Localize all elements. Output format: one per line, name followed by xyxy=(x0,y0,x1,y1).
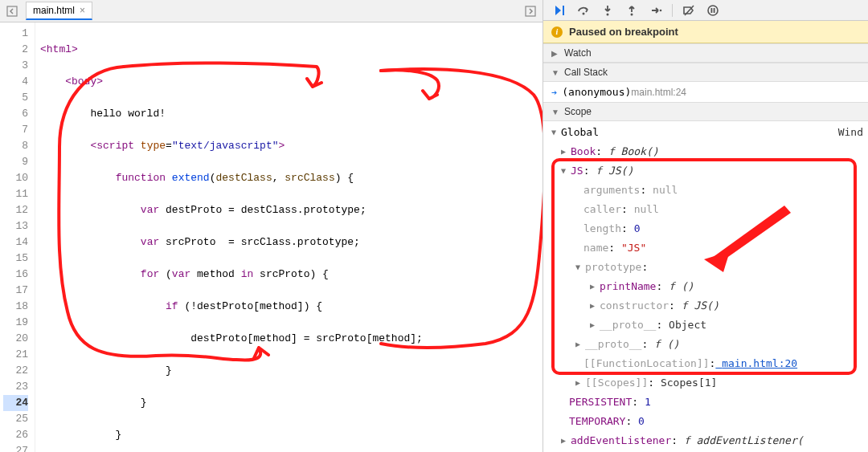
prop-val: 0 xyxy=(632,413,645,430)
debugger-pane: i Paused on breakpoint Watch Call Stack … xyxy=(543,0,868,452)
callstack-body: ➔ (anonymous) main.html:24 xyxy=(543,82,868,102)
prop-key: name xyxy=(583,240,608,256)
prop-val: Object xyxy=(662,317,706,333)
paused-banner: i Paused on breakpoint xyxy=(543,21,868,43)
expand-icon xyxy=(590,298,598,314)
svg-point-5 xyxy=(631,13,633,15)
current-frame-icon: ➔ xyxy=(551,87,557,98)
expand-icon xyxy=(590,279,598,295)
scope-book[interactable]: Book: f Book() xyxy=(543,142,868,161)
tab-bar: main.html × xyxy=(0,0,542,22)
prop-val: null xyxy=(628,202,659,218)
svg-point-4 xyxy=(607,13,609,15)
prop-key: length xyxy=(583,221,621,237)
step-over-button[interactable] xyxy=(575,2,592,18)
collapse-icon xyxy=(575,259,583,275)
prop-val: 0 xyxy=(628,221,641,237)
code-editor[interactable]: 1234567891011121314151617181920212223242… xyxy=(0,22,542,452)
prop-val: f () xyxy=(648,336,679,352)
svg-point-3 xyxy=(583,12,585,14)
prop-key: [[Scopes]] xyxy=(585,375,648,391)
debugger-toolbar xyxy=(543,0,868,21)
scope-addevent[interactable]: addEventListener: f addEventListener( xyxy=(543,431,868,450)
svg-point-8 xyxy=(708,6,718,15)
svg-rect-2 xyxy=(563,6,564,15)
code-body[interactable]: <html> <body> hello world! <script type=… xyxy=(35,22,542,452)
prop-key: arguments xyxy=(583,182,640,198)
scope-js-arguments[interactable]: arguments: null xyxy=(543,181,868,200)
prop-key: caller xyxy=(583,202,621,218)
expand-icon xyxy=(575,375,583,391)
scope-body: Global Wind Book: f Book() JS: f JS() ar… xyxy=(543,121,868,452)
collapse-icon xyxy=(551,68,559,77)
pause-on-exceptions-button[interactable] xyxy=(705,2,721,18)
step-into-button[interactable] xyxy=(600,2,616,18)
scope-js-length[interactable]: length: 0 xyxy=(543,219,868,238)
svg-point-6 xyxy=(660,9,662,11)
scope-section-header[interactable]: Scope xyxy=(543,102,868,121)
prop-key: __proto__ xyxy=(585,336,641,352)
tab-filename: main.html xyxy=(33,5,75,16)
scope-js-proto-proto[interactable]: __proto__: Object xyxy=(543,316,868,335)
prop-val: f () xyxy=(662,279,694,295)
scope-global[interactable]: Global Wind xyxy=(543,123,868,142)
nav-forward-icon[interactable] xyxy=(522,2,539,20)
scope-js-proto-printname[interactable]: printName: f () xyxy=(543,277,868,296)
scope-persistent[interactable]: PERSISTENT: 1 xyxy=(543,393,868,412)
prop-key: [[FunctionLocation]] xyxy=(583,356,710,372)
prop-val: 1 xyxy=(638,394,651,410)
expand-icon xyxy=(561,144,569,160)
expand-icon xyxy=(575,336,583,352)
callstack-frame[interactable]: ➔ (anonymous) main.html:24 xyxy=(543,83,868,100)
scope-global-label: Global xyxy=(561,124,599,140)
scope-js-proto-constructor[interactable]: constructor: f JS() xyxy=(543,296,868,316)
deactivate-breakpoints-button[interactable] xyxy=(681,2,697,18)
callstack-label: Call Stack xyxy=(564,67,608,78)
svg-rect-10 xyxy=(714,8,715,13)
step-button[interactable] xyxy=(648,2,664,18)
close-tab-icon[interactable]: × xyxy=(80,5,85,16)
scope-temporary[interactable]: TEMPORARY: 0 xyxy=(543,412,868,431)
prop-key: printName xyxy=(600,279,656,295)
line-gutter: 1234567891011121314151617181920212223242… xyxy=(0,22,35,452)
frame-name: (anonymous) xyxy=(562,86,631,98)
expand-icon xyxy=(561,433,569,449)
frame-location[interactable]: main.html:24 xyxy=(631,87,686,98)
scope-js-caller[interactable]: caller: null xyxy=(543,200,868,219)
collapse-icon xyxy=(551,124,559,140)
file-tab[interactable]: main.html × xyxy=(26,2,92,20)
resume-button[interactable] xyxy=(551,2,567,18)
watch-section-header[interactable]: Watch xyxy=(543,43,868,63)
paused-label: Paused on breakpoint xyxy=(569,26,678,38)
svg-rect-9 xyxy=(711,8,713,13)
expand-icon xyxy=(551,49,559,58)
svg-rect-1 xyxy=(526,6,535,16)
callstack-section-header[interactable]: Call Stack xyxy=(543,63,868,82)
nav-back-icon[interactable] xyxy=(3,2,21,20)
scope-js-funcloc[interactable]: [[FunctionLocation]]: main.html:20 xyxy=(543,354,868,373)
prop-val: f addEventListener( xyxy=(678,433,804,449)
prop-val: f JS() xyxy=(675,298,719,314)
prop-key: addEventListener xyxy=(571,433,671,449)
prop-val: null xyxy=(646,182,678,198)
scope-js-proto[interactable]: __proto__: f () xyxy=(543,335,868,354)
prop-val: f JS() xyxy=(589,163,633,179)
prop-val[interactable]: main.html:20 xyxy=(715,356,797,372)
collapse-icon xyxy=(561,163,569,179)
scope-js-scopes[interactable]: [[Scopes]]: Scopes[1] xyxy=(543,373,868,393)
info-icon: i xyxy=(551,26,563,38)
scope-global-value: Wind xyxy=(838,124,863,140)
step-out-button[interactable] xyxy=(624,2,640,18)
prop-key: PERSISTENT xyxy=(569,394,632,410)
scope-label: Scope xyxy=(564,106,592,117)
expand-icon xyxy=(590,317,598,333)
watch-label: Watch xyxy=(564,47,592,59)
scope-js[interactable]: JS: f JS() xyxy=(543,161,868,181)
prop-key: JS xyxy=(571,163,583,179)
collapse-icon xyxy=(551,108,559,116)
prop-val: Scopes[1] xyxy=(654,375,717,391)
prop-val: f Book() xyxy=(602,144,658,160)
prop-key: __proto__ xyxy=(600,317,656,333)
scope-js-prototype[interactable]: prototype: xyxy=(543,258,868,277)
scope-js-name[interactable]: name: "JS" xyxy=(543,238,868,258)
